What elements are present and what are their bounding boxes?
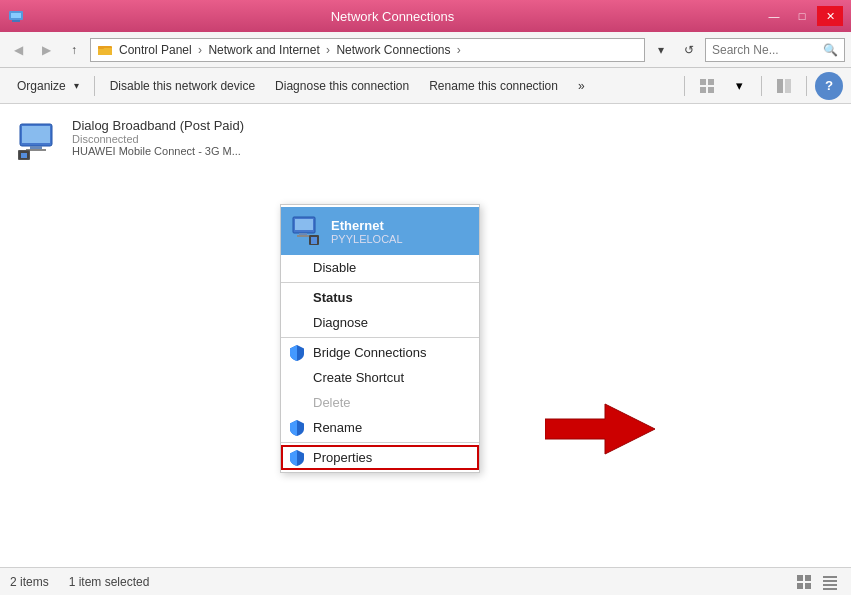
more-button[interactable]: » xyxy=(569,72,594,100)
connection-info-1: Dialog Broadband (Post Paid) Disconnecte… xyxy=(72,118,244,157)
context-menu-item-bridge[interactable]: Bridge Connections xyxy=(281,340,479,365)
context-menu-header: Ethernet PYYLELOCAL xyxy=(281,207,479,255)
context-menu-header-info: Ethernet PYYLELOCAL xyxy=(331,218,403,245)
up-button[interactable]: ↑ xyxy=(62,38,86,62)
svg-rect-13 xyxy=(30,146,42,149)
app-icon xyxy=(8,8,24,24)
svg-rect-8 xyxy=(708,87,714,93)
forward-button[interactable]: ▶ xyxy=(34,38,58,62)
disable-device-button[interactable]: Disable this network device xyxy=(101,72,264,100)
uac-shield-rename-icon xyxy=(290,420,304,436)
connection-status-1: Disconnected xyxy=(72,133,244,145)
help-button[interactable]: ? xyxy=(815,72,843,100)
connection-name-1: Dialog Broadband (Post Paid) xyxy=(72,118,244,133)
context-menu-item-properties[interactable]: Properties xyxy=(281,445,479,470)
svg-rect-6 xyxy=(708,79,714,85)
view-options-button[interactable] xyxy=(693,72,721,100)
window-title: Network Connections xyxy=(24,9,761,24)
toolbar: Organize Disable this network device Dia… xyxy=(0,68,851,104)
maximize-button[interactable]: □ xyxy=(789,6,815,26)
svg-rect-30 xyxy=(823,576,837,578)
search-input[interactable] xyxy=(712,43,823,57)
svg-marker-25 xyxy=(545,404,655,454)
svg-rect-27 xyxy=(805,575,811,581)
status-view-controls xyxy=(793,571,841,593)
address-path[interactable]: Control Panel › Network and Internet › N… xyxy=(90,38,645,62)
svg-rect-21 xyxy=(299,233,307,235)
context-menu-header-name: Ethernet xyxy=(331,218,403,233)
context-menu-header-sub: PYYLELOCAL xyxy=(331,233,403,245)
svg-rect-10 xyxy=(785,79,791,93)
path-icon xyxy=(97,42,113,58)
context-menu-icon xyxy=(291,215,323,247)
context-menu-item-status[interactable]: Status xyxy=(281,285,479,310)
close-button[interactable]: ✕ xyxy=(817,6,843,26)
context-menu-item-rename[interactable]: Rename xyxy=(281,415,479,440)
diagnose-button[interactable]: Diagnose this connection xyxy=(266,72,418,100)
view-icon xyxy=(699,78,715,94)
toolbar-separator-2 xyxy=(684,76,685,96)
context-divider-3 xyxy=(281,442,479,443)
title-bar-left xyxy=(8,8,24,24)
toolbar-separator-4 xyxy=(806,76,807,96)
toolbar-separator-3 xyxy=(761,76,762,96)
svg-rect-1 xyxy=(11,13,21,18)
network-monitor-icon xyxy=(16,122,64,162)
svg-rect-31 xyxy=(823,580,837,582)
svg-rect-32 xyxy=(823,584,837,586)
svg-rect-4 xyxy=(98,46,104,49)
svg-rect-22 xyxy=(297,235,309,237)
organize-button[interactable]: Organize xyxy=(8,72,88,100)
status-bar: 2 items 1 item selected xyxy=(0,567,851,595)
status-details-button[interactable] xyxy=(819,571,841,593)
svg-rect-28 xyxy=(797,583,803,589)
uac-shield-properties-icon xyxy=(290,450,304,466)
details-pane-button[interactable] xyxy=(770,72,798,100)
refresh-button[interactable]: ↺ xyxy=(677,38,701,62)
context-menu-item-delete[interactable]: Delete xyxy=(281,390,479,415)
shield-icon-bridge xyxy=(289,345,305,361)
svg-rect-20 xyxy=(295,219,313,230)
back-button[interactable]: ◀ xyxy=(6,38,30,62)
selected-count: 1 item selected xyxy=(69,575,150,589)
path-text: Control Panel › Network and Internet › N… xyxy=(119,43,464,57)
address-bar: ◀ ▶ ↑ Control Panel › Network and Intern… xyxy=(0,32,851,68)
large-icons-icon xyxy=(796,574,812,590)
view-dropdown-button[interactable]: ▾ xyxy=(725,72,753,100)
shield-icon-properties xyxy=(289,450,305,466)
svg-rect-33 xyxy=(823,588,837,590)
rename-button[interactable]: Rename this connection xyxy=(420,72,567,100)
title-bar: Network Connections — □ ✕ xyxy=(0,0,851,32)
minimize-button[interactable]: — xyxy=(761,6,787,26)
pane-icon xyxy=(776,78,792,94)
svg-rect-5 xyxy=(700,79,706,85)
main-content: Dialog Broadband (Post Paid) Disconnecte… xyxy=(0,104,851,567)
svg-rect-2 xyxy=(12,20,20,22)
search-icon: 🔍 xyxy=(823,43,838,57)
context-menu-item-diagnose[interactable]: Diagnose xyxy=(281,310,479,335)
path-dropdown-button[interactable]: ▾ xyxy=(649,38,673,62)
context-menu: Ethernet PYYLELOCAL Disable Status Diagn… xyxy=(280,204,480,473)
status-large-icons-button[interactable] xyxy=(793,571,815,593)
toolbar-separator-1 xyxy=(94,76,95,96)
list-item[interactable]: Dialog Broadband (Post Paid) Disconnecte… xyxy=(8,112,843,172)
toolbar-right: ▾ ? xyxy=(680,72,843,100)
svg-rect-12 xyxy=(22,126,50,143)
svg-rect-24 xyxy=(311,237,317,244)
search-box: 🔍 xyxy=(705,38,845,62)
context-menu-item-shortcut[interactable]: Create Shortcut xyxy=(281,365,479,390)
svg-rect-7 xyxy=(700,87,706,93)
context-divider-1 xyxy=(281,282,479,283)
window-controls: — □ ✕ xyxy=(761,6,843,26)
shield-icon-rename xyxy=(289,420,305,436)
svg-rect-18 xyxy=(21,153,27,158)
connection-icon-1 xyxy=(16,118,64,166)
svg-rect-29 xyxy=(805,583,811,589)
red-arrow xyxy=(545,399,655,462)
context-menu-item-disable[interactable]: Disable xyxy=(281,255,479,280)
file-list: Dialog Broadband (Post Paid) Disconnecte… xyxy=(0,104,851,567)
uac-shield-icon xyxy=(290,345,304,361)
svg-rect-9 xyxy=(777,79,783,93)
arrow-indicator xyxy=(545,399,655,459)
context-divider-2 xyxy=(281,337,479,338)
